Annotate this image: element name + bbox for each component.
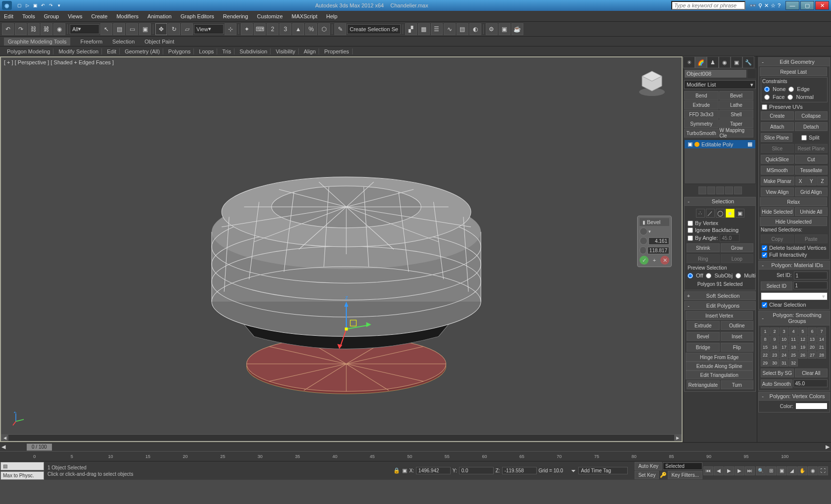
panel-polygons[interactable]: Polygons <box>165 48 194 54</box>
bridge-button[interactable]: Bridge <box>687 343 720 352</box>
remove-mod-icon[interactable] <box>725 186 733 194</box>
select-by-sg-button[interactable]: Select By SG <box>761 368 794 377</box>
mod-bevel[interactable]: Bevel <box>719 91 754 100</box>
menu-help[interactable]: Help <box>326 13 338 19</box>
more-icon[interactable]: ▾ <box>55 2 62 9</box>
redo-button[interactable]: ↷ <box>15 23 27 35</box>
key-filter-select[interactable]: Selected <box>663 462 702 470</box>
auto-smooth-input[interactable]: 45.0 <box>793 379 828 387</box>
panel-align[interactable]: Align <box>301 48 319 54</box>
angle-snap-button[interactable]: ▲ <box>292 23 304 35</box>
sg-30[interactable]: 30 <box>770 359 779 367</box>
key-filters-button[interactable]: Key Filters... <box>668 471 702 479</box>
auto-key-button[interactable]: Auto Key <box>635 462 662 470</box>
ring-button[interactable]: Ring <box>687 254 720 263</box>
bevel-caddy[interactable]: ▮ Bevel ▾ 4.161 118.817 ✓ + ✕ <box>637 216 672 267</box>
scroll-left-icon[interactable]: ◀ <box>1 435 8 441</box>
link-button[interactable]: ⛓ <box>28 23 40 35</box>
undo-icon[interactable]: ↶ <box>40 2 46 9</box>
sg-6[interactable]: 6 <box>808 327 817 335</box>
object-color-swatch[interactable] <box>748 69 756 78</box>
move-button[interactable]: ✥ <box>155 23 167 35</box>
maxscript-mini-button[interactable]: ▤ <box>0 462 44 470</box>
menu-rendering[interactable]: Rendering <box>223 13 248 19</box>
sg-21[interactable]: 21 <box>817 343 826 351</box>
minimize-button[interactable]: — <box>785 1 799 10</box>
menu-customize[interactable]: Customize <box>257 13 283 19</box>
mod-lathe[interactable]: Lathe <box>719 100 754 109</box>
modify-tab-icon[interactable]: 🌈 <box>695 56 707 68</box>
sg-32[interactable]: 32 <box>789 359 798 367</box>
scale-button[interactable]: ▱ <box>181 23 193 35</box>
panel-tris[interactable]: Tris <box>219 48 234 54</box>
panel-properties[interactable]: Properties <box>321 48 352 54</box>
relax-button[interactable]: Relax <box>760 197 827 206</box>
object-name-field[interactable]: Object008 <box>684 69 747 78</box>
sg-23[interactable]: 23 <box>770 351 779 359</box>
slice-plane-button[interactable]: Slice Plane <box>761 133 792 142</box>
panel-modify-selection[interactable]: Modify Selection <box>55 48 102 54</box>
polygon-level-icon[interactable]: ■ <box>726 209 735 218</box>
render-frame-button[interactable]: ▣ <box>499 23 510 35</box>
zoom-button[interactable]: 🔍 <box>756 466 766 475</box>
planar-z[interactable]: Z <box>817 177 828 185</box>
quickslice-button[interactable]: QuickSlice <box>761 155 794 164</box>
by-angle-check[interactable]: By Angle:45.0 <box>686 233 754 242</box>
sg-16[interactable]: 16 <box>770 343 779 351</box>
play-button[interactable]: ▶ <box>724 466 734 475</box>
viewport-label[interactable]: [ + ] [ Perspective ] [ Shaded + Edged F… <box>4 59 114 65</box>
mod-shell[interactable]: Shell <box>719 110 754 119</box>
mod-turbosmooth[interactable]: TurboSmooth <box>684 129 719 137</box>
panel-subdivision[interactable]: Subdivision <box>236 48 271 54</box>
panel-geometry-all[interactable]: Geometry (All) <box>122 48 163 54</box>
panel-loops[interactable]: Loops <box>196 48 217 54</box>
configure-icon[interactable] <box>734 186 742 194</box>
make-unique-icon[interactable] <box>716 186 724 194</box>
hierarchy-tab-icon[interactable]: ♟ <box>707 56 719 68</box>
bevel-outline-input[interactable]: 118.817 <box>647 247 669 254</box>
keyboard-button[interactable]: ⌨ <box>254 23 266 35</box>
ref-coord-system[interactable]: View ▾ <box>194 24 224 34</box>
bulb-icon[interactable] <box>694 142 699 147</box>
render-button[interactable]: ☕ <box>511 23 523 35</box>
hinge-button[interactable]: Hinge From Edge <box>686 353 753 362</box>
preview-multi-radio[interactable] <box>736 273 741 278</box>
select-region-button[interactable]: ▭ <box>126 23 138 35</box>
sg-13[interactable]: 13 <box>808 335 817 343</box>
pin-stack-icon[interactable] <box>698 186 706 194</box>
menu-graph-editors[interactable]: Graph Editors <box>181 13 214 19</box>
shrink-button[interactable]: Shrink <box>687 243 720 252</box>
z-input[interactable]: -119.558 <box>502 467 537 474</box>
prev-frame-button[interactable]: ◀ <box>714 466 724 475</box>
binoculars-icon[interactable]: 👓 <box>749 2 756 9</box>
panel-visibility[interactable]: Visibility <box>273 48 299 54</box>
menu-views[interactable]: Views <box>68 13 82 19</box>
manipulate-button[interactable]: ✦ <box>241 23 253 35</box>
vertex-color-swatch[interactable] <box>795 403 828 410</box>
sg-5[interactable]: 5 <box>798 327 807 335</box>
panel-polygon-modeling[interactable]: Polygon Modeling <box>4 48 53 54</box>
edge-level-icon[interactable]: ／ <box>706 209 715 218</box>
tab-graphite[interactable]: Graphite Modeling Tools <box>4 38 70 46</box>
display-tab-icon[interactable]: ▣ <box>731 56 742 68</box>
preserve-uvs-check[interactable]: Preserve UVs <box>760 103 829 110</box>
delete-iso-check[interactable]: Delete Isolated Vertices <box>760 244 829 251</box>
open-icon[interactable]: ▷ <box>24 2 31 9</box>
extrude-button[interactable]: Extrude <box>687 321 720 330</box>
mod-ffd[interactable]: FFD 3x3x3 <box>684 110 719 119</box>
split-check[interactable]: Split <box>793 133 828 142</box>
window-crossing-button[interactable]: ▣ <box>139 23 151 35</box>
view-align-button[interactable]: View Align <box>761 187 794 196</box>
rollout-edit-polygons[interactable]: -Edit Polygons <box>684 301 756 310</box>
grow-button[interactable]: Grow <box>721 243 754 252</box>
outline-button[interactable]: Outline <box>721 321 754 330</box>
sg-9[interactable]: 9 <box>770 335 779 343</box>
create-tab-icon[interactable]: ✳ <box>683 56 695 68</box>
loop-button[interactable]: Loop <box>721 254 754 263</box>
help-icon[interactable]: ? <box>778 2 781 9</box>
constraint-none[interactable] <box>764 87 770 92</box>
detach-button[interactable]: Detach <box>795 122 828 131</box>
key-icon[interactable]: 🔑 <box>660 472 667 478</box>
ignore-backfacing-check[interactable]: Ignore Backfacing <box>686 227 754 233</box>
clear-all-sg-button[interactable]: Clear All <box>795 368 828 377</box>
